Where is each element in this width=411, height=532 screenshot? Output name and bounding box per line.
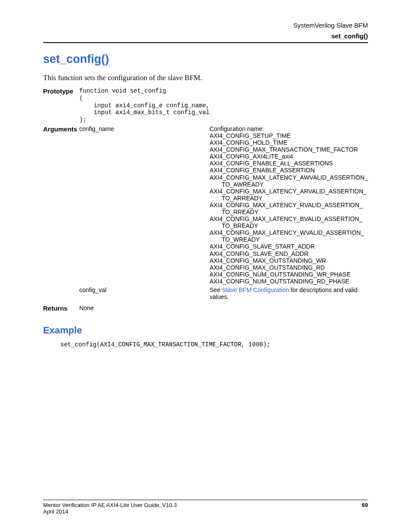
argument-name-config-val: config_val [79, 286, 209, 302]
intro-text: This function sets the configuration of … [43, 74, 368, 82]
config-enum-item: AXI4_CONFIG_ENABLE_ALL_ASSERTIONS [210, 160, 368, 167]
config-enum-item: AXI4_CONFIG_MAX_TRANSACTION_TIME_FACTOR [210, 146, 368, 153]
prototype-code: function void set_config ( input axi4_co… [79, 87, 209, 124]
config-enum-item: AXI4_CONFIG_MAX_OUTSTANDING_WR [210, 257, 368, 264]
config-enum-item: TO_WREADY [210, 236, 368, 243]
config-enum-item: AXI4_CONFIG_MAX_OUTSTANDING_RD [210, 264, 368, 271]
returns-value: None [79, 302, 209, 314]
config-val-prefix: See [210, 286, 222, 293]
config-enum-item: TO_ARREADY [210, 195, 368, 202]
config-enum-item: AXI4_CONFIG_HOLD_TIME [210, 139, 368, 146]
config-enum-item: AXI4_CONFIG_MAX_LATENCY_AWVALID_ASSERTIO… [210, 174, 368, 181]
config-enum-item: AXI4_CONFIG_ENABLE_ASSERTION [210, 167, 368, 174]
page-number: 69 [362, 502, 368, 508]
config-enum-item: AXI4_CONFIG_NUM_OUTSTANDING_WR_PHASE [210, 271, 368, 278]
example-heading: Example [43, 325, 368, 336]
config-enum-item: AXI4_CONFIG_MAX_LATENCY_WVALID_ASSERTION… [210, 229, 368, 236]
footer-title: Mentor Verification IP AE AXI4-Lite User… [43, 502, 177, 508]
config-enum-item: AXI4_CONFIG_MAX_LATENCY_ARVALID_ASSERTIO… [210, 188, 368, 195]
config-enum-item: TO_BREADY [210, 222, 368, 229]
page-title: set_config() [43, 53, 368, 66]
example-code: set_config(AXI4_CONFIG_MAX_TRANSACTION_T… [43, 341, 368, 348]
header-divider [43, 42, 368, 43]
argument-name-config-name: config_name [79, 125, 209, 286]
config-enum-item: AXI4_CONFIG_AXI4LITE_axi4 [210, 153, 368, 160]
slave-bfm-config-link[interactable]: Slave BFM Configuration [222, 286, 289, 293]
config-val-desc: See Slave BFM Configuration for descript… [210, 286, 368, 302]
header-function-name: set_config() [43, 32, 368, 40]
config-enum-item: TO_RREADY [210, 208, 368, 215]
config-name-list: AXI4_CONFIG_SETUP_TIMEAXI4_CONFIG_HOLD_T… [210, 132, 368, 285]
config-enum-item: AXI4_CONFIG_SLAVE_END_ADDR [210, 250, 368, 257]
arguments-label: Arguments [43, 125, 79, 286]
returns-label: Returns [43, 302, 79, 314]
header-breadcrumb: SystemVerilog Slave BFM [43, 22, 368, 29]
config-enum-item: AXI4_CONFIG_MAX_LATENCY_BVALID_ASSERTION… [210, 215, 368, 222]
config-enum-item: AXI4_CONFIG_MAX_LATENCY_RVALID_ASSERTION… [210, 202, 368, 208]
config-enum-item: AXI4_CONFIG_NUM_OUTSTANDING_RD_PHASE [210, 278, 368, 285]
footer-divider [43, 500, 368, 500]
footer-date: April 2014 [43, 508, 368, 515]
config-enum-item: AXI4_CONFIG_SETUP_TIME [210, 132, 368, 139]
config-enum-item: TO_AWREADY [210, 181, 368, 188]
config-enum-item: AXI4_CONFIG_SLAVE_START_ADDR [210, 243, 368, 250]
config-name-desc-header: Configuration name: [210, 125, 368, 132]
prototype-label: Prototype [43, 87, 79, 125]
